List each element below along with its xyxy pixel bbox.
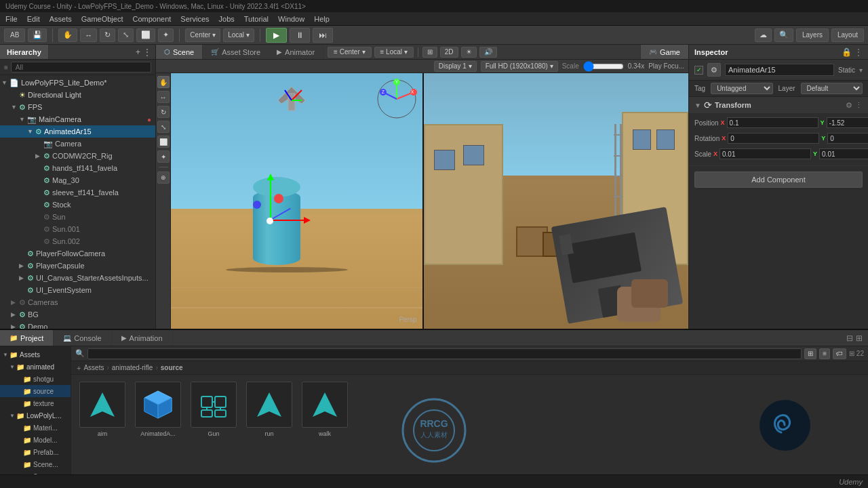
view-tool-hand[interactable]: ✋ [157,76,170,88]
hierarchy-tab[interactable]: Hierarchy [0,45,49,59]
tree-item-animatedar15[interactable]: ▼ ⚙ AnimatedAr15 [0,125,155,138]
transform-header[interactable]: ▼ ⟳ Transform ⚙ ⋮ [689,97,868,113]
tree-item-hands[interactable]: ⚙ hands_tf141_favela [0,162,155,174]
rot-x-input[interactable] [728,133,819,144]
scale-slider[interactable] [583,62,624,70]
local-dropdown[interactable]: Local ▾ [223,28,254,42]
transform-tool[interactable]: ✦ [158,28,174,42]
menu-item-assets[interactable]: Assets [50,15,72,23]
transform-more[interactable]: ⋮ [855,101,863,110]
view-tool-move[interactable]: ↔ [157,91,170,103]
tree-texture[interactable]: 📁 texture [0,397,71,409]
transform-settings[interactable]: ⚙ [846,101,852,110]
tree-item-bg[interactable]: ▶ ⚙ BG [0,308,155,321]
hierarchy-search[interactable] [11,62,151,73]
menu-item-help[interactable]: Help [314,15,330,23]
static-dropdown[interactable]: ▾ [859,66,863,74]
hand-tool[interactable]: ✋ [58,28,77,42]
menu-item-window[interactable]: Window [278,15,304,23]
tree-item-demo[interactable]: ▶ ⚙ Demo [0,321,155,329]
tree-item-root[interactable]: ▼ 📄 LowPolyFPS_Lite_Demo* [0,77,155,89]
menu-item-services[interactable]: Services [180,15,209,23]
rotate-tool[interactable]: ↻ [100,28,115,42]
tree-item-mag30[interactable]: ⚙ Mag_30 [0,174,155,186]
view-tool-rotate[interactable]: ↻ [157,106,170,118]
tab-console[interactable]: 💻 Console [54,330,111,346]
tree-source[interactable]: 📁 source [0,385,71,397]
game-viewport[interactable] [422,73,689,329]
tree-item-camera[interactable]: 📷 Camera [0,138,155,150]
search-button[interactable]: 🔍 [774,28,793,42]
scale-y-input[interactable] [819,148,868,159]
object-name-input[interactable] [725,64,834,76]
tree-model[interactable]: 📁 Model... [0,434,71,446]
tag-select[interactable]: Untagged [711,83,772,94]
inspector-lock[interactable]: 🔒 [842,47,852,57]
tree-item-dirlight[interactable]: ☀ Directional Light [0,89,155,101]
scale-x-input[interactable] [719,148,811,159]
tab-animator[interactable]: ▶ Animator [269,45,323,59]
tab-scene[interactable]: ⬡ Scene [156,45,203,59]
hierarchy-add[interactable]: + [136,47,140,57]
filter-button[interactable]: ⊞ [804,348,816,359]
tree-item-uieventsystem[interactable]: ⚙ UI_EventSystem [0,284,155,296]
menu-item-tutorial[interactable]: Tutorial [244,15,269,23]
scale-tool[interactable]: ⤡ [118,28,134,42]
view-tool-scale[interactable]: ⤡ [157,121,170,133]
tree-materi[interactable]: 📁 Materi... [0,422,71,434]
rect-tool[interactable]: ⬜ [136,28,155,42]
scene-tool-2d[interactable]: 2D [440,47,458,58]
asset-item-walk[interactable]: walk [300,382,349,437]
center-dropdown[interactable]: Center ▾ [185,28,220,42]
tree-assets-root[interactable]: ▼ 📁 Assets [0,348,71,361]
breadcrumb-animated-rifle[interactable]: animated-rifle [112,364,153,371]
panel-collapse[interactable]: ⊟ [846,333,853,343]
tree-item-maincam[interactable]: ▼ 📷 MainCamera ● [0,113,155,125]
layout-dropdown[interactable]: Layout [831,28,864,42]
tree-item-fps[interactable]: ▼ ⚙ FPS [0,101,155,113]
project-search-input[interactable] [87,348,802,359]
menu-item-gameobject[interactable]: GameObject [81,15,123,23]
step-button[interactable]: ⏭ [313,28,333,43]
tree-scene-folder[interactable]: 📁 Scene... [0,458,71,470]
tree-item-sun[interactable]: ⚙ Sun [0,211,155,223]
ab-button[interactable]: AB [4,28,25,42]
asset-item-gun[interactable]: Gun [189,382,238,437]
tree-item-playerfollowcam[interactable]: ⚙ PlayerFollowCamera [0,247,155,260]
search-by-label[interactable]: 🏷 [833,348,846,359]
hierarchy-more[interactable]: ⋮ [143,47,151,57]
pos-y-input[interactable] [827,117,868,128]
tree-item-sun002[interactable]: ⚙ Sun.002 [0,235,155,247]
game-resolution-dropdown[interactable]: Full HD (1920x1080) ▾ [481,61,558,72]
tree-item-sun001[interactable]: ⚙ Sun.001 [0,223,155,235]
asset-item-run[interactable]: run [245,382,294,437]
tree-item-uicanvas[interactable]: ▶ ⚙ UI_Canvas_StarterAssetsInputs... [0,272,155,284]
panel-expand[interactable]: ⊞ [856,333,863,343]
tab-asset-store[interactable]: 🛒 Asset Store [203,45,269,59]
view-tool-all[interactable]: ✦ [157,150,170,163]
view-tool-rect[interactable]: ⬜ [157,136,170,148]
scene-tool-snap[interactable]: ⊞ [422,47,437,58]
scene-viewport[interactable]: ✋ ↔ ↻ ⤡ ⬜ ✦ ⊕ [156,73,422,329]
tab-game[interactable]: 🎮 Game [641,45,688,59]
breadcrumb-assets[interactable]: Assets [83,364,104,371]
save-button[interactable]: 💾 [28,28,47,42]
tree-item-codmw2cr[interactable]: ▶ ⚙ CODMW2CR_Rig [0,150,155,162]
play-button[interactable]: ▶ [266,28,287,43]
scene-tool-transform[interactable]: ≡ Local ▾ [374,47,414,58]
tree-prefab[interactable]: 📁 Prefab... [0,446,71,458]
tree-scenes[interactable]: 📁 Scenes [0,470,71,474]
tree-shotgu[interactable]: 📁 shotgu [0,373,71,385]
scene-tool-audio[interactable]: 🔊 [479,47,497,58]
tree-lowpolyl[interactable]: ▼ 📁 LowPolyL... [0,409,71,422]
search-by-type[interactable]: ≡ [819,348,830,359]
pos-x-input[interactable] [727,117,818,128]
move-tool[interactable]: ↔ [80,28,97,42]
menu-item-jobs[interactable]: Jobs [219,15,235,23]
breadcrumb-add[interactable]: + [77,364,81,372]
asset-item-animateda[interactable]: AnimatedA... [134,382,182,437]
menu-item-file[interactable]: File [5,15,18,23]
tab-animation[interactable]: ▶ Animation [112,330,173,346]
menu-item-edit[interactable]: Edit [27,15,40,23]
rot-y-input[interactable] [827,133,868,144]
